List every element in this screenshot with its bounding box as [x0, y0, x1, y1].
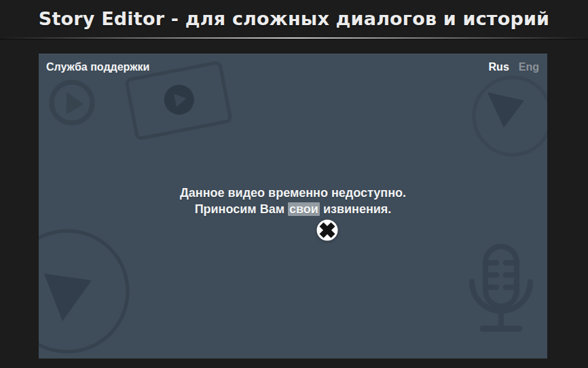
unavailable-message-line2: Приносим Вам свои извинения.	[39, 201, 547, 217]
unavailable-message: Данное видео временно недоступно. Принос…	[39, 185, 547, 217]
microphone-icon	[469, 242, 537, 337]
unavailable-message-line1: Данное видео временно недоступно.	[39, 185, 547, 201]
lang-eng-button[interactable]: Eng	[519, 61, 539, 73]
play-triangle-large-circle-icon	[39, 227, 133, 357]
app-window: Story Editor - для сложных диалогов и ис…	[0, 0, 588, 368]
play-triangle-circle-icon	[468, 72, 547, 160]
title-bar: Story Editor - для сложных диалогов и ис…	[0, 0, 588, 37]
title-separator-shadow	[0, 39, 588, 39]
page-title: Story Editor - для сложных диалогов и ис…	[39, 8, 549, 29]
language-switcher: Rus Eng	[489, 61, 539, 73]
support-video-panel: Служба поддержки Rus Eng	[39, 54, 547, 358]
play-circle-icon	[45, 75, 99, 130]
lang-rus-button[interactable]: Rus	[489, 61, 509, 73]
busy-cursor-icon	[316, 219, 339, 242]
panel-header: Служба поддержки	[46, 61, 149, 73]
selected-word: свои	[288, 202, 320, 216]
